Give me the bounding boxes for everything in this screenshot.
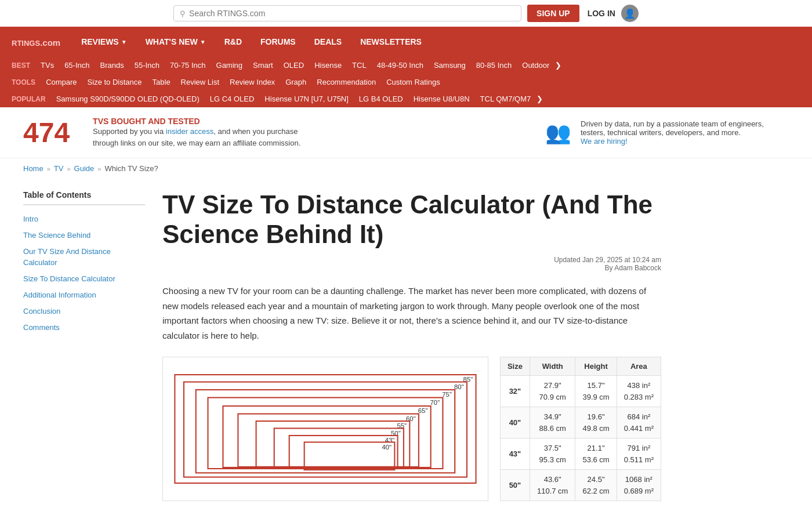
toc-conclusion[interactable]: Conclusion bbox=[23, 303, 145, 320]
toc-intro[interactable]: Intro bbox=[23, 211, 145, 227]
signup-button[interactable]: SIGN UP bbox=[527, 5, 579, 22]
stats-count: 474 bbox=[23, 117, 70, 148]
cell-width: 43.6" 110.7 cm bbox=[530, 470, 575, 501]
search-input[interactable] bbox=[189, 9, 515, 18]
hiring-link[interactable]: We are hiring! bbox=[581, 137, 628, 146]
toc-additional[interactable]: Additional Information bbox=[23, 287, 145, 303]
chevron-down-icon: ▼ bbox=[200, 39, 206, 45]
breadcrumb: Home » TV » Guide » Which TV Size? bbox=[0, 158, 812, 179]
best-55inch[interactable]: 55-Inch bbox=[130, 59, 164, 71]
tv-diagram: 85" 80" 75" 70" 65" 60" 55" 50" bbox=[162, 357, 488, 501]
nav-forums[interactable]: FORUMS bbox=[251, 27, 305, 57]
popular-lgb4[interactable]: LG B4 OLED bbox=[354, 93, 408, 105]
logo[interactable]: RTINGS.com bbox=[12, 27, 72, 56]
popular-qm7[interactable]: TCL QM7/QM7 bbox=[476, 93, 536, 105]
size-table: Size Width Height Area 32"27.9" 70.9 cm1… bbox=[500, 357, 661, 501]
best-70-75inch[interactable]: 70-75 Inch bbox=[165, 59, 210, 71]
col-area: Area bbox=[617, 357, 661, 376]
best-smart[interactable]: Smart bbox=[248, 59, 278, 71]
nav-deals[interactable]: DEALS bbox=[305, 27, 351, 57]
cell-width: 37.5" 95.3 cm bbox=[530, 438, 575, 470]
breadcrumb-home[interactable]: Home bbox=[23, 164, 44, 173]
tools-label: TOOLS bbox=[12, 78, 35, 86]
tools-table[interactable]: Table bbox=[148, 76, 175, 88]
nav-whatsnew[interactable]: WHAT'S NEW ▼ bbox=[136, 27, 215, 57]
best-hisense[interactable]: Hisense bbox=[310, 59, 346, 71]
cell-area: 684 in² 0.441 m² bbox=[617, 407, 661, 438]
toc-title: Table of Contents bbox=[23, 190, 145, 205]
main-nav: RTINGS.com REVIEWS ▼ WHAT'S NEW ▼ R&D FO… bbox=[0, 27, 812, 57]
cell-size: 32" bbox=[500, 376, 530, 407]
best-samsung[interactable]: Samsung bbox=[429, 59, 470, 71]
search-wrapper: ⚲ bbox=[173, 5, 521, 21]
sidebar: Table of Contents Intro The Science Behi… bbox=[23, 190, 145, 501]
avatar[interactable]: 👤 bbox=[621, 5, 639, 22]
popular-u7n[interactable]: Hisense U7N [U7, U75N] bbox=[260, 93, 353, 105]
svg-rect-6 bbox=[208, 398, 443, 469]
cell-width: 34.9" 88.6 cm bbox=[530, 407, 575, 438]
size-table-wrapper: Size Width Height Area 32"27.9" 70.9 cm1… bbox=[500, 357, 661, 501]
best-oled[interactable]: OLED bbox=[279, 59, 309, 71]
cell-height: 15.7" 39.9 cm bbox=[575, 376, 617, 407]
tools-graph[interactable]: Graph bbox=[281, 76, 311, 88]
nav-rd[interactable]: R&D bbox=[215, 27, 251, 57]
table-row: 40"34.9" 88.6 cm19.6" 49.8 cm684 in² 0.4… bbox=[500, 407, 661, 438]
cell-width: 27.9" 70.9 cm bbox=[530, 376, 575, 407]
updated-date: Updated Jan 29, 2025 at 10:24 am bbox=[162, 256, 661, 264]
stats-info: TVS BOUGHT AND TESTED Supported by you v… bbox=[93, 117, 302, 148]
nav-reviews[interactable]: REVIEWS ▼ bbox=[72, 27, 136, 57]
tools-compare[interactable]: Compare bbox=[41, 76, 81, 88]
content-area: Table of Contents Intro The Science Behi… bbox=[0, 179, 812, 513]
svg-rect-2 bbox=[184, 382, 467, 477]
best-nav: BEST TVs 65-Inch Brands 55-Inch 70-75 In… bbox=[0, 57, 812, 74]
toc-size-calculator[interactable]: Size To Distance Calculator bbox=[23, 271, 145, 287]
popular-u8[interactable]: Hisense U8/U8N bbox=[409, 93, 474, 105]
login-button[interactable]: LOG IN bbox=[588, 9, 615, 18]
author: By Adam Babcock bbox=[162, 264, 661, 272]
breadcrumb-guide[interactable]: Guide bbox=[74, 164, 95, 173]
table-row: 50"43.6" 110.7 cm24.5" 62.2 cm1068 in² 0… bbox=[500, 470, 661, 501]
cell-area: 791 in² 0.511 m² bbox=[617, 438, 661, 470]
stats-title: TVS BOUGHT AND TESTED bbox=[93, 117, 302, 126]
best-brands[interactable]: Brands bbox=[96, 59, 129, 71]
best-80-85inch[interactable]: 80-85 Inch bbox=[472, 59, 516, 71]
svg-text:40": 40" bbox=[382, 444, 392, 451]
stats-desc: Supported by you via insider access, and… bbox=[93, 126, 302, 148]
nav-items: REVIEWS ▼ WHAT'S NEW ▼ R&D FORUMS DEALS … bbox=[72, 27, 431, 57]
top-bar: ⚲ SIGN UP LOG IN 👤 bbox=[0, 0, 812, 27]
tools-review-list[interactable]: Review List bbox=[176, 76, 224, 88]
svg-rect-16 bbox=[289, 436, 398, 469]
breadcrumb-tv[interactable]: TV bbox=[54, 164, 64, 173]
logo-suffix: .com bbox=[40, 38, 60, 48]
best-label: BEST bbox=[12, 61, 30, 70]
insider-access-link[interactable]: insider access bbox=[166, 127, 213, 136]
best-48-49-50inch[interactable]: 48-49-50 Inch bbox=[372, 59, 428, 71]
tools-size-to-distance[interactable]: Size to Distance bbox=[83, 76, 147, 88]
best-65inch[interactable]: 65-Inch bbox=[60, 59, 94, 71]
col-height: Height bbox=[575, 357, 617, 376]
toc-science[interactable]: The Science Behind bbox=[23, 227, 145, 244]
tools-recommendation[interactable]: Recommendation bbox=[312, 76, 380, 88]
nav-newsletters[interactable]: NEWSLETTERS bbox=[351, 27, 431, 57]
col-size: Size bbox=[500, 357, 530, 376]
chevron-down-icon: ▼ bbox=[121, 39, 127, 45]
breadcrumb-sep-2: » bbox=[67, 165, 70, 172]
col-width: Width bbox=[530, 357, 575, 376]
tools-review-index[interactable]: Review Index bbox=[225, 76, 280, 88]
popular-lgc4[interactable]: LG C4 OLED bbox=[205, 93, 259, 105]
tools-custom-ratings[interactable]: Custom Ratings bbox=[382, 76, 444, 88]
popular-label: POPULAR bbox=[12, 95, 46, 103]
article-meta: Updated Jan 29, 2025 at 10:24 am By Adam… bbox=[162, 256, 661, 272]
cell-size: 40" bbox=[500, 407, 530, 438]
best-more-icon[interactable]: ❯ bbox=[555, 61, 561, 70]
toc-our-calculator[interactable]: Our TV Size And Distance Calculator bbox=[23, 244, 145, 270]
cell-size: 50" bbox=[500, 470, 530, 501]
best-gaming[interactable]: Gaming bbox=[212, 59, 248, 71]
popular-s90d[interactable]: Samsung S90D/S90DD OLED (QD-OLED) bbox=[52, 93, 204, 105]
popular-more-icon[interactable]: ❯ bbox=[536, 95, 543, 103]
best-tcl[interactable]: TCL bbox=[347, 59, 371, 71]
search-icon: ⚲ bbox=[180, 9, 186, 18]
best-tvs[interactable]: TVs bbox=[36, 59, 59, 71]
toc-comments[interactable]: Comments bbox=[23, 320, 145, 336]
best-outdoor[interactable]: Outdoor bbox=[517, 59, 554, 71]
